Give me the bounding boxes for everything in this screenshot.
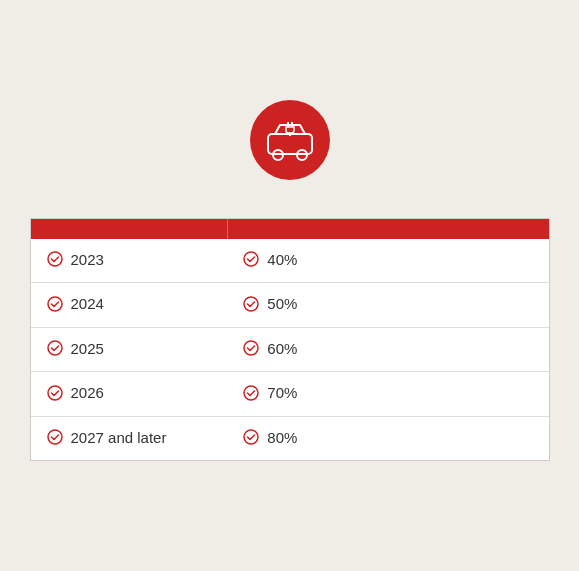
cell-year: 2027 and later <box>31 416 228 460</box>
cell-year: 2026 <box>31 372 228 417</box>
page-container: 2023 40% 2024 50% 2025 60% 2026 70% 2027… <box>20 80 560 492</box>
cell-pct: 50% <box>227 283 548 328</box>
col-pct <box>227 219 548 239</box>
eligibility-table: 2023 40% 2024 50% 2025 60% 2026 70% 2027… <box>30 218 550 462</box>
ev-car-icon <box>265 118 315 162</box>
check-circle-icon <box>47 429 63 445</box>
table-row: 2024 50% <box>31 283 549 328</box>
cell-year: 2023 <box>31 239 228 283</box>
svg-point-11 <box>244 341 258 355</box>
table-header-row <box>31 219 549 239</box>
check-circle-icon <box>243 340 259 356</box>
check-circle-icon <box>47 251 63 267</box>
check-circle-icon <box>243 385 259 401</box>
svg-point-14 <box>48 430 62 444</box>
check-circle-icon <box>47 296 63 312</box>
svg-point-7 <box>244 252 258 266</box>
cell-pct: 60% <box>227 327 548 372</box>
table-row: 2025 60% <box>31 327 549 372</box>
cell-pct: 70% <box>227 372 548 417</box>
check-circle-icon <box>47 385 63 401</box>
svg-point-8 <box>48 297 62 311</box>
cell-year: 2024 <box>31 283 228 328</box>
check-circle-icon <box>243 251 259 267</box>
cell-pct: 80% <box>227 416 548 460</box>
svg-point-10 <box>48 341 62 355</box>
check-circle-icon <box>243 429 259 445</box>
table-row: 2023 40% <box>31 239 549 283</box>
svg-point-12 <box>48 386 62 400</box>
svg-point-9 <box>244 297 258 311</box>
cell-year: 2025 <box>31 327 228 372</box>
table-row: 2026 70% <box>31 372 549 417</box>
svg-point-6 <box>48 252 62 266</box>
table-row: 2027 and later 80% <box>31 416 549 460</box>
check-circle-icon <box>243 296 259 312</box>
col-year <box>31 219 228 239</box>
ev-icon-circle <box>250 100 330 180</box>
svg-point-15 <box>244 430 258 444</box>
check-circle-icon <box>47 340 63 356</box>
cell-pct: 40% <box>227 239 548 283</box>
svg-point-13 <box>244 386 258 400</box>
